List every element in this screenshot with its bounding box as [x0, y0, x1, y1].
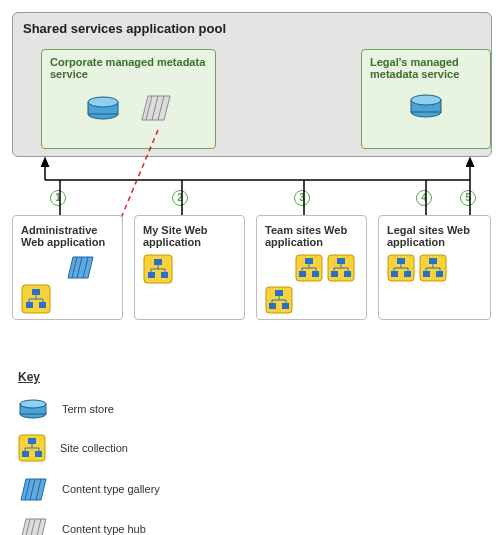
app-title: My Site Web application: [143, 224, 236, 248]
svg-rect-23: [39, 302, 46, 308]
content-type-gallery-icon: [65, 254, 95, 280]
svg-rect-82: [35, 451, 42, 457]
svg-rect-47: [344, 271, 351, 277]
svg-point-2: [88, 97, 118, 107]
connection-4: 4: [416, 190, 432, 206]
connection-2: 2: [172, 190, 188, 206]
legal-service-title: Legal's managed metadata service: [370, 56, 482, 80]
content-type-hub-icon: [138, 92, 172, 122]
svg-rect-55: [282, 303, 289, 309]
connection-3: 3: [294, 190, 310, 206]
site-collection-icon: [21, 284, 51, 314]
legend: Key Term store Site collection Content t…: [18, 370, 160, 535]
term-store-icon: [409, 92, 443, 118]
svg-rect-46: [331, 271, 338, 277]
svg-rect-38: [299, 271, 306, 277]
app-title: Administrative Web application: [21, 224, 114, 248]
svg-rect-53: [275, 290, 283, 296]
svg-rect-63: [404, 271, 411, 277]
legend-label: Term store: [62, 403, 114, 415]
content-type-hub-icon: [18, 516, 48, 535]
site-collection-icon: [18, 434, 46, 462]
app-title: Team sites Web application: [265, 224, 358, 248]
admin-web-app: Administrative Web application: [12, 215, 123, 320]
svg-rect-45: [337, 258, 345, 264]
svg-rect-70: [423, 271, 430, 277]
site-collection-icon: [265, 286, 293, 314]
corporate-service-box: Corporate managed metadata service: [41, 49, 216, 149]
legal-sites-web-app: Legal sites Web application: [378, 215, 491, 320]
svg-rect-22: [26, 302, 33, 308]
corporate-service-title: Corporate managed metadata service: [50, 56, 207, 80]
legend-label: Content type hub: [62, 523, 146, 535]
legend-label: Content type gallery: [62, 483, 160, 495]
shared-services-pool: Shared services application pool Corpora…: [12, 12, 492, 157]
svg-rect-30: [148, 272, 155, 278]
legend-label: Site collection: [60, 442, 128, 454]
team-sites-web-app: Team sites Web application: [256, 215, 367, 320]
site-collection-icon: [387, 254, 415, 282]
svg-rect-61: [397, 258, 405, 264]
svg-rect-80: [28, 438, 36, 444]
term-store-icon: [18, 398, 48, 420]
mysite-web-app: My Site Web application: [134, 215, 245, 320]
connection-5: 5: [460, 190, 476, 206]
svg-rect-37: [305, 258, 313, 264]
legal-service-box: Legal's managed metadata service: [361, 49, 491, 149]
connection-1: 1: [50, 190, 66, 206]
svg-rect-81: [22, 451, 29, 457]
app-title: Legal sites Web application: [387, 224, 482, 248]
svg-rect-62: [391, 271, 398, 277]
svg-rect-29: [154, 259, 162, 265]
site-collection-icon: [143, 254, 173, 284]
svg-rect-31: [161, 272, 168, 278]
svg-rect-21: [32, 289, 40, 295]
svg-rect-71: [436, 271, 443, 277]
site-collection-icon: [327, 254, 355, 282]
site-collection-icon: [295, 254, 323, 282]
svg-point-8: [411, 95, 441, 105]
pool-title: Shared services application pool: [23, 21, 481, 36]
term-store-icon: [86, 94, 120, 120]
legend-title: Key: [18, 370, 160, 384]
svg-point-78: [20, 400, 46, 408]
svg-rect-39: [312, 271, 319, 277]
site-collection-icon: [419, 254, 447, 282]
content-type-gallery-icon: [18, 476, 48, 502]
svg-rect-54: [269, 303, 276, 309]
svg-rect-69: [429, 258, 437, 264]
